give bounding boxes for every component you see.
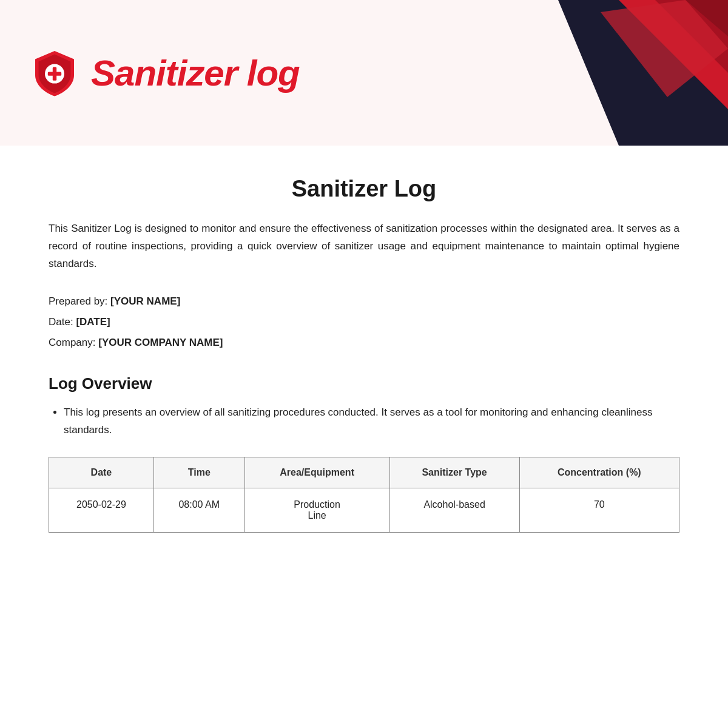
date-row: Date: [DATE] xyxy=(49,312,679,332)
list-item: This log presents an overview of all san… xyxy=(64,404,679,439)
col-time: Time xyxy=(153,457,244,488)
table-body: 2050-02-29 08:00 AM ProductionLine Alcoh… xyxy=(49,488,679,533)
company-label: Company: xyxy=(49,337,95,348)
prepared-by: Prepared by: [YOUR NAME] xyxy=(49,291,679,312)
cell-time: 08:00 AM xyxy=(153,488,244,533)
prepared-by-label: Prepared by: xyxy=(49,295,107,307)
bullet-text: This log presents an overview of all san… xyxy=(64,406,653,436)
cell-sanitizer-type: Alcohol-based xyxy=(389,488,519,533)
log-overview-title: Log Overview xyxy=(49,374,679,393)
header-title: Sanitizer log xyxy=(91,52,300,94)
table-header: Date Time Area/Equipment Sanitizer Type … xyxy=(49,457,679,488)
document-description: This Sanitizer Log is designed to monito… xyxy=(49,220,679,273)
main-content: Sanitizer Log This Sanitizer Log is desi… xyxy=(0,146,728,563)
log-table: Date Time Area/Equipment Sanitizer Type … xyxy=(49,457,679,533)
prepared-by-value: [YOUR NAME] xyxy=(110,295,180,307)
meta-info: Prepared by: [YOUR NAME] Date: [DATE] Co… xyxy=(49,291,679,353)
svg-rect-2 xyxy=(48,72,61,75)
logo-container: Sanitizer log xyxy=(30,49,300,97)
col-concentration: Concentration (%) xyxy=(519,457,679,488)
date-value: [DATE] xyxy=(76,316,110,328)
company-row: Company: [YOUR COMPANY NAME] xyxy=(49,332,679,353)
page-header: Sanitizer log xyxy=(0,0,728,146)
cell-area: ProductionLine xyxy=(244,488,389,533)
date-label: Date: xyxy=(49,316,73,328)
company-value: [YOUR COMPANY NAME] xyxy=(98,337,223,348)
cell-date: 2050-02-29 xyxy=(49,488,154,533)
col-date: Date xyxy=(49,457,154,488)
col-sanitizer-type: Sanitizer Type xyxy=(389,457,519,488)
bullet-list: This log presents an overview of all san… xyxy=(64,404,679,439)
col-area: Area/Equipment xyxy=(244,457,389,488)
cell-concentration: 70 xyxy=(519,488,679,533)
shield-icon xyxy=(30,49,79,97)
corner-decoration xyxy=(497,0,728,146)
document-title: Sanitizer Log xyxy=(49,176,679,202)
table-row: 2050-02-29 08:00 AM ProductionLine Alcoh… xyxy=(49,488,679,533)
